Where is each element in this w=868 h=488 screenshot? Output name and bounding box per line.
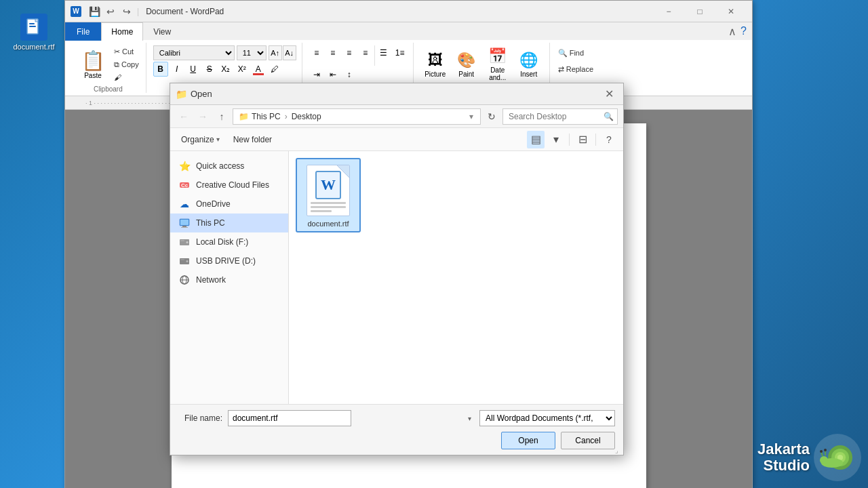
path-dropdown[interactable]: ▾ <box>469 112 473 121</box>
filetype-select[interactable]: All Wordpad Documents (*.rtf, <box>479 410 615 426</box>
dialog-toolbar: Organize ▾ New folder ▤ ▾ ⊟ ? <box>170 128 623 151</box>
save-quick-btn[interactable]: 💾 <box>87 4 102 19</box>
filename-dropdown-arrow: ▾ <box>468 415 471 422</box>
font-family-select[interactable]: Calibri <box>153 45 235 60</box>
rtf-lines <box>307 199 349 215</box>
svg-rect-15 <box>180 260 184 260</box>
network-label: Network <box>196 275 226 285</box>
font-shrink-btn[interactable]: A↓ <box>283 45 296 60</box>
svg-rect-2 <box>29 26 36 27</box>
this-pc-icon <box>178 217 191 229</box>
filename-input[interactable] <box>228 410 351 426</box>
address-desktop[interactable]: Desktop <box>292 112 321 121</box>
open-button[interactable]: Open <box>501 432 555 449</box>
cut-label: Cut <box>122 47 134 56</box>
view-options-btn[interactable]: ▾ <box>547 131 565 148</box>
svg-rect-3 <box>29 23 35 24</box>
sidebar-item-network[interactable]: Network <box>170 270 288 289</box>
dialog-addressbar: ← → ↑ 📁 This PC › Desktop ▾ ↻ 🔍 <box>170 105 623 128</box>
replace-button[interactable]: ⇄ Replace <box>557 62 611 77</box>
sidebar-item-usbdrive[interactable]: USB DRIVE (D:) <box>170 251 288 270</box>
superscript-button[interactable]: X² <box>235 62 250 77</box>
copy-button[interactable]: ⧉ Copy <box>113 58 140 70</box>
sidebar-item-quickaccess[interactable]: ⭐ Quick access <box>170 157 288 176</box>
help-btn[interactable]: ? <box>741 25 747 37</box>
sidebar-item-localdisk[interactable]: Local Disk (F:) <box>170 232 288 251</box>
para-row2: ⇥ ⇤ ↕ <box>309 67 408 82</box>
file-item-document[interactable]: W document.rtf <box>296 158 361 232</box>
editing-group-content: 🔍 Find ⇄ Replace <box>557 43 611 84</box>
svg-point-11 <box>186 241 189 243</box>
undo-quick-btn[interactable]: ↩ <box>103 4 118 19</box>
organize-btn[interactable]: Organize ▾ <box>176 131 225 148</box>
paste-label: Paste <box>84 72 102 79</box>
font-grow-btn[interactable]: A↑ <box>269 45 282 60</box>
align-right-btn[interactable]: ≡ <box>342 45 357 60</box>
font-color-button[interactable]: A <box>251 62 266 77</box>
increase-indent-btn[interactable]: ⇥ <box>309 67 324 82</box>
resize-handle[interactable]: ⌟ <box>615 447 623 455</box>
replace-label: Replace <box>566 65 593 73</box>
date-time-btn[interactable]: 📅 Date and... <box>483 45 513 83</box>
address-path[interactable]: 📁 This PC › Desktop ▾ <box>233 108 481 125</box>
svg-point-26 <box>820 456 828 464</box>
wordpad-titlebar: W 💾 ↩ ↪ | Document - WordPad − □ ✕ <box>65 1 752 22</box>
filename-label: File name: <box>178 413 222 423</box>
find-replace-buttons: 🔍 Find ⇄ Replace <box>557 45 611 77</box>
new-folder-btn[interactable]: New folder <box>228 131 277 148</box>
justify-btn[interactable]: ≡ <box>358 45 373 60</box>
close-button[interactable]: ✕ <box>715 1 747 22</box>
clipboard-group-label: Clipboard <box>76 84 140 93</box>
maximize-button[interactable]: □ <box>684 1 715 22</box>
align-center-btn[interactable]: ≡ <box>326 45 340 60</box>
line-spacing-btn[interactable]: ↕ <box>342 67 357 82</box>
nav-forward-btn[interactable]: → <box>195 108 211 125</box>
search-input[interactable] <box>502 108 618 125</box>
bullets-btn[interactable]: ☰ <box>376 45 391 60</box>
tab-file[interactable]: File <box>65 22 101 41</box>
dialog-actions: Open Cancel <box>178 432 615 449</box>
font-size-buttons: A↑ A↓ <box>269 45 296 60</box>
sidebar-item-creativecloud[interactable]: Cc Creative Cloud Files <box>170 176 288 195</box>
new-folder-label: New folder <box>233 135 272 144</box>
numbered-list-btn[interactable]: 1≡ <box>393 45 408 60</box>
underline-button[interactable]: U <box>186 62 201 77</box>
paste-button[interactable]: 📋 Paste <box>76 45 110 83</box>
cancel-button[interactable]: Cancel <box>561 432 615 449</box>
insert-object-btn[interactable]: 🌐 Insert <box>514 45 544 83</box>
picture-btn[interactable]: 🖼 Picture <box>420 45 450 83</box>
minimize-button[interactable]: − <box>653 1 684 22</box>
svg-rect-9 <box>180 220 189 225</box>
highlight-button[interactable]: 🖊 <box>267 62 282 77</box>
svg-rect-12 <box>180 241 184 241</box>
view-icons-btn[interactable]: ▤ <box>527 131 545 148</box>
sidebar-item-onedrive[interactable]: ☁ OneDrive <box>170 195 288 214</box>
nav-back-btn[interactable]: ← <box>176 108 192 125</box>
tab-view[interactable]: View <box>143 22 181 41</box>
tab-home[interactable]: Home <box>101 22 143 41</box>
nav-up-btn[interactable]: ↑ <box>214 108 230 125</box>
strikethrough-button[interactable]: S <box>202 62 217 77</box>
paint-btn[interactable]: 🎨 Paint <box>452 45 481 83</box>
redo-quick-btn[interactable]: ↪ <box>119 4 134 19</box>
format-painter-button[interactable]: 🖌 <box>113 71 140 83</box>
sidebar-item-thispc[interactable]: This PC <box>170 214 288 232</box>
ribbon-collapse-btn[interactable]: ∧ <box>728 25 736 38</box>
font-size-select[interactable]: 11 <box>237 45 267 60</box>
refresh-btn[interactable]: ↻ <box>484 108 500 125</box>
dialog-help-btn[interactable]: ? <box>600 131 618 148</box>
bold-button[interactable]: B <box>153 62 168 77</box>
decrease-indent-btn[interactable]: ⇤ <box>326 67 340 82</box>
align-left-btn[interactable]: ≡ <box>309 45 324 60</box>
two-pane-btn[interactable]: ⊟ <box>574 131 591 148</box>
dialog-files[interactable]: W document.rtf <box>289 151 623 404</box>
subscript-button[interactable]: X₂ <box>218 62 233 77</box>
find-button[interactable]: 🔍 Find <box>557 45 611 60</box>
desktop-icon-document[interactable]: document.rtf <box>7 14 61 52</box>
italic-button[interactable]: I <box>170 62 184 77</box>
cut-button[interactable]: ✂ Cut <box>113 45 140 58</box>
dialog-close-button[interactable]: ✕ <box>600 85 618 103</box>
watermark: Jakarta Studio <box>757 434 861 481</box>
address-this-pc[interactable]: This PC <box>252 112 281 121</box>
creative-cloud-icon: Cc <box>178 179 191 191</box>
